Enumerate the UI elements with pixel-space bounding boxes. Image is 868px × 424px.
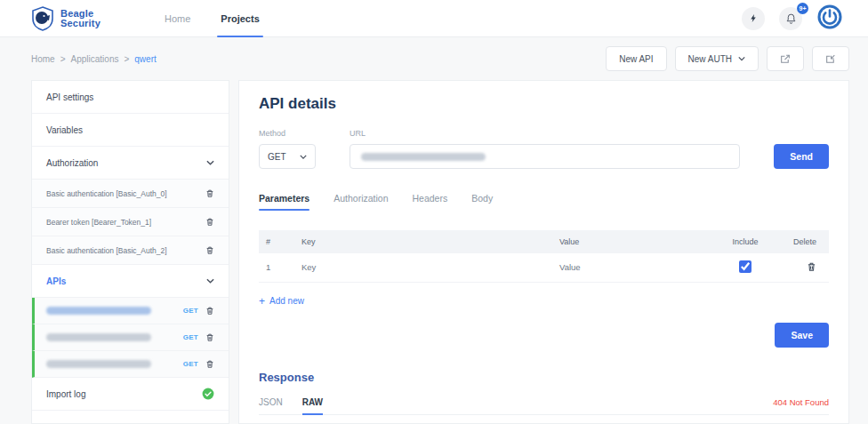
main-panel: API details Method GET URL Send Paramete…	[238, 80, 849, 424]
power-icon	[816, 4, 843, 30]
brand-logo[interactable]: Beagle Security	[31, 6, 100, 31]
value-input[interactable]: Value	[552, 253, 713, 282]
shield-logo-icon	[31, 6, 54, 31]
top-nav: Home Projects	[165, 0, 260, 37]
breadcrumb-current-project[interactable]: qwert	[134, 54, 156, 64]
auth-item-label: Bearer token [Bearer_Token_1]	[46, 218, 151, 227]
url-group: URL	[350, 129, 740, 169]
api-list-item-1[interactable]: GET	[32, 298, 229, 324]
app-window: Beagle Security Home Projects 9+	[0, 0, 868, 424]
import-icon	[824, 53, 837, 65]
notifications-button[interactable]: 9+	[779, 7, 802, 30]
quick-actions-button[interactable]	[742, 7, 765, 30]
auth-item-label: Basic authentication [Basic_Auth_2]	[46, 246, 167, 255]
add-new-label: Add new	[269, 296, 304, 306]
sidebar-item-apis[interactable]: APIs	[32, 265, 229, 298]
trash-icon[interactable]	[205, 332, 214, 342]
auth-item-bearer-token-1[interactable]: Bearer token [Bearer_Token_1]	[32, 208, 229, 236]
auth-item-basic-auth-2[interactable]: Basic authentication [Basic_Auth_2]	[32, 236, 229, 265]
nav-home[interactable]: Home	[165, 0, 190, 37]
chevron-down-icon	[206, 278, 214, 284]
sidebar-item-variables[interactable]: Variables	[32, 114, 229, 147]
sidebar-item-authorization[interactable]: Authorization	[32, 147, 229, 180]
new-auth-label: New AUTH	[688, 54, 732, 64]
method-tag: GET	[183, 307, 198, 315]
key-input[interactable]: Key	[294, 253, 552, 282]
tab-json[interactable]: JSON	[259, 397, 283, 414]
logout-button[interactable]	[816, 4, 843, 34]
method-tag: GET	[183, 360, 198, 368]
chevron-down-icon	[206, 160, 214, 165]
trash-icon[interactable]	[807, 261, 816, 272]
breadcrumb: Home > Applications > qwert	[31, 54, 157, 64]
method-group: Method GET	[259, 129, 316, 169]
export-button[interactable]	[767, 46, 804, 71]
sidebar: API settings Variables Authorization Bas…	[31, 80, 229, 424]
nav-projects[interactable]: Projects	[221, 0, 259, 37]
sidebar-item-label: API settings	[46, 92, 93, 102]
tab-authorization[interactable]: Authorization	[334, 193, 388, 211]
bell-icon	[785, 12, 797, 25]
sidebar-item-label: Import log	[46, 389, 85, 399]
status-code: 404	[773, 397, 787, 407]
export-icon	[779, 53, 792, 65]
redacted-api-url	[46, 360, 151, 368]
status-text: Not Found	[790, 397, 829, 407]
trash-icon[interactable]	[205, 188, 214, 198]
new-auth-button[interactable]: New AUTH	[675, 46, 759, 71]
tab-body[interactable]: Body	[471, 193, 493, 211]
sidebar-item-import-log[interactable]: Import log	[32, 378, 229, 411]
response-title: Response	[259, 371, 829, 384]
col-include: Include	[713, 230, 777, 253]
new-api-button[interactable]: New API	[606, 46, 666, 71]
auth-item-label: Basic authentication [Basic_Auth_0]	[46, 189, 167, 198]
method-label: Method	[259, 129, 316, 138]
lightning-icon	[749, 12, 759, 24]
url-label: URL	[350, 129, 740, 138]
success-check-icon	[202, 388, 214, 400]
auth-item-basic-auth-0[interactable]: Basic authentication [Basic_Auth_0]	[32, 180, 229, 208]
chevron-down-icon	[738, 56, 745, 61]
col-index: #	[259, 230, 294, 253]
api-list-item-2[interactable]: GET	[32, 324, 229, 351]
method-select[interactable]: GET	[259, 144, 316, 169]
plus-icon: +	[259, 295, 265, 308]
sidebar-item-label: Variables	[46, 125, 83, 135]
col-key: Key	[294, 230, 552, 253]
send-button[interactable]: Send	[774, 144, 829, 169]
response-tabs: JSON RAW 404 Not Found	[259, 397, 829, 415]
breadcrumb-applications[interactable]: Applications	[71, 54, 119, 64]
request-tabs: Parameters Authorization Headers Body	[259, 193, 829, 211]
save-button[interactable]: Save	[775, 323, 829, 348]
row-index: 1	[259, 253, 294, 282]
brand-name: Beagle Security	[60, 9, 100, 28]
tab-headers[interactable]: Headers	[413, 193, 448, 211]
col-value: Value	[552, 230, 713, 253]
col-delete: Delete	[777, 230, 829, 253]
sidebar-item-api-settings[interactable]: API settings	[32, 81, 229, 114]
top-header: Beagle Security Home Projects 9+	[0, 0, 868, 37]
table-header-row: # Key Value Include Delete	[259, 230, 829, 253]
tab-parameters[interactable]: Parameters	[259, 193, 309, 211]
sidebar-item-label: APIs	[46, 276, 66, 286]
method-tag: GET	[183, 333, 198, 341]
api-list-item-3[interactable]: GET	[32, 351, 229, 378]
add-new-button[interactable]: + Add new	[259, 295, 304, 308]
tab-raw[interactable]: RAW	[302, 397, 323, 414]
table-row: 1 Key Value	[259, 253, 829, 282]
notification-badge: 9+	[797, 3, 808, 14]
chevron-down-icon	[300, 155, 307, 159]
redacted-url-value	[361, 153, 486, 161]
breadcrumb-home[interactable]: Home	[31, 54, 55, 64]
trash-icon[interactable]	[205, 306, 214, 316]
breadcrumb-separator: >	[60, 54, 66, 64]
include-checkbox[interactable]	[739, 260, 751, 273]
response-status: 404 Not Found	[773, 397, 829, 414]
import-button[interactable]	[812, 46, 849, 71]
parameters-table: # Key Value Include Delete 1 Key Value	[259, 230, 829, 283]
trash-icon[interactable]	[205, 359, 214, 369]
trash-icon[interactable]	[205, 245, 214, 255]
trash-icon[interactable]	[205, 217, 214, 227]
url-input[interactable]	[350, 144, 740, 169]
redacted-api-url	[46, 307, 151, 315]
